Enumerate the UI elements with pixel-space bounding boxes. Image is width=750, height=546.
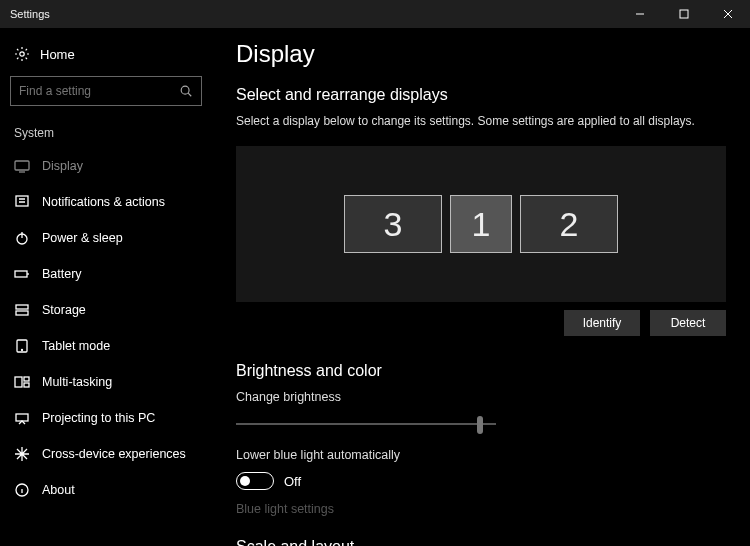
page-title: Display xyxy=(236,40,726,68)
sidebar-item-display[interactable]: Display xyxy=(0,148,212,184)
notifications-icon xyxy=(14,194,30,210)
svg-point-10 xyxy=(22,350,23,351)
svg-rect-14 xyxy=(16,414,28,421)
arrange-description: Select a display below to change its set… xyxy=(236,114,726,128)
sidebar-item-label: Battery xyxy=(42,267,82,281)
display-icon xyxy=(14,158,30,174)
svg-rect-11 xyxy=(15,377,22,387)
svg-point-2 xyxy=(181,86,189,94)
power-icon xyxy=(14,230,30,246)
svg-rect-0 xyxy=(680,10,688,18)
storage-icon xyxy=(14,302,30,318)
svg-rect-6 xyxy=(15,271,27,277)
sidebar-item-label: Tablet mode xyxy=(42,339,110,353)
content: Display Select and rearrange displays Se… xyxy=(212,28,750,546)
crossdevice-icon xyxy=(14,446,30,462)
sidebar-item-projecting-to-this-pc[interactable]: Projecting to this PC xyxy=(0,400,212,436)
sidebar: Home System DisplayNotifications & actio… xyxy=(0,28,212,546)
sidebar-item-battery[interactable]: Battery xyxy=(0,256,212,292)
sidebar-item-cross-device-experiences[interactable]: Cross-device experiences xyxy=(0,436,212,472)
sidebar-item-storage[interactable]: Storage xyxy=(0,292,212,328)
brightness-slider[interactable] xyxy=(236,414,496,434)
brightness-heading: Brightness and color xyxy=(236,362,726,380)
sidebar-item-about[interactable]: About xyxy=(0,472,212,508)
svg-rect-13 xyxy=(24,383,29,387)
minimize-icon xyxy=(635,9,645,19)
display-arrangement[interactable]: 312 xyxy=(236,146,726,302)
toggle-knob xyxy=(240,476,250,486)
svg-point-1 xyxy=(20,52,24,56)
search-field[interactable] xyxy=(19,84,179,98)
close-button[interactable] xyxy=(706,0,750,28)
about-icon xyxy=(14,482,30,498)
bluelight-toggle[interactable] xyxy=(236,472,274,490)
bluelight-state: Off xyxy=(284,474,301,489)
brightness-label: Change brightness xyxy=(236,390,726,404)
minimize-button[interactable] xyxy=(618,0,662,28)
sidebar-item-notifications-actions[interactable]: Notifications & actions xyxy=(0,184,212,220)
arrange-heading: Select and rearrange displays xyxy=(236,86,726,104)
bluelight-label: Lower blue light automatically xyxy=(236,448,726,462)
sidebar-item-label: Projecting to this PC xyxy=(42,411,155,425)
identify-button[interactable]: Identify xyxy=(564,310,640,336)
monitor-3[interactable]: 3 xyxy=(344,195,442,253)
svg-rect-3 xyxy=(15,161,29,170)
monitor-2[interactable]: 2 xyxy=(520,195,618,253)
home-label: Home xyxy=(40,47,75,62)
tablet-icon xyxy=(14,338,30,354)
sidebar-item-label: Power & sleep xyxy=(42,231,123,245)
slider-track xyxy=(236,423,496,425)
projecting-icon xyxy=(14,410,30,426)
svg-rect-7 xyxy=(16,305,28,309)
maximize-button[interactable] xyxy=(662,0,706,28)
search-input[interactable] xyxy=(10,76,202,106)
title-bar: Settings xyxy=(0,0,750,28)
sidebar-item-label: Storage xyxy=(42,303,86,317)
slider-thumb[interactable] xyxy=(477,416,483,434)
sidebar-item-label: About xyxy=(42,483,75,497)
sidebar-item-label: Cross-device experiences xyxy=(42,447,186,461)
sidebar-item-label: Notifications & actions xyxy=(42,195,165,209)
multitask-icon xyxy=(14,374,30,390)
bluelight-settings-link: Blue light settings xyxy=(236,502,726,516)
search-icon xyxy=(179,84,193,98)
gear-icon xyxy=(14,46,30,62)
nav-list: DisplayNotifications & actionsPower & sl… xyxy=(0,148,212,508)
svg-rect-4 xyxy=(16,196,28,206)
sidebar-item-label: Multi-tasking xyxy=(42,375,112,389)
battery-icon xyxy=(14,266,30,282)
svg-rect-12 xyxy=(24,377,29,381)
scale-heading: Scale and layout xyxy=(236,538,726,546)
sidebar-item-tablet-mode[interactable]: Tablet mode xyxy=(0,328,212,364)
home-button[interactable]: Home xyxy=(0,40,212,72)
close-icon xyxy=(723,9,733,19)
monitor-1[interactable]: 1 xyxy=(450,195,512,253)
detect-button[interactable]: Detect xyxy=(650,310,726,336)
sidebar-item-power-sleep[interactable]: Power & sleep xyxy=(0,220,212,256)
section-label: System xyxy=(0,120,212,148)
window-title: Settings xyxy=(10,8,50,20)
sidebar-item-label: Display xyxy=(42,159,83,173)
maximize-icon xyxy=(679,9,689,19)
sidebar-item-multi-tasking[interactable]: Multi-tasking xyxy=(0,364,212,400)
svg-rect-8 xyxy=(16,311,28,315)
